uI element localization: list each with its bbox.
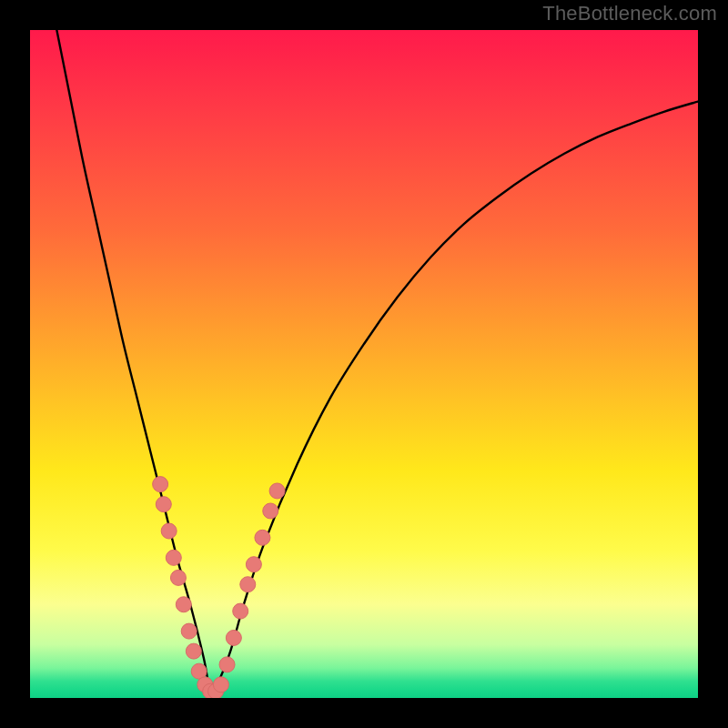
sample-dot bbox=[219, 657, 235, 672]
sample-dot bbox=[176, 597, 191, 612]
chart-frame: TheBottleneck.com bbox=[0, 0, 728, 728]
sample-dot bbox=[233, 603, 248, 619]
sample-dot bbox=[170, 570, 186, 585]
sample-dot bbox=[181, 623, 197, 639]
sample-dot bbox=[240, 577, 256, 592]
sample-dot bbox=[166, 550, 181, 565]
watermark-label: TheBottleneck.com bbox=[542, 2, 717, 25]
sample-dots bbox=[153, 477, 285, 698]
sample-dot bbox=[246, 557, 261, 572]
bottleneck-curve bbox=[56, 30, 698, 693]
sample-dot bbox=[263, 503, 278, 519]
sample-dot bbox=[186, 643, 201, 659]
sample-dot bbox=[156, 497, 171, 512]
curve-layer bbox=[30, 30, 698, 698]
sample-dot bbox=[255, 530, 270, 545]
sample-dot bbox=[153, 477, 168, 492]
sample-dot bbox=[226, 630, 241, 645]
sample-dot bbox=[269, 483, 285, 499]
sample-dot bbox=[161, 523, 177, 539]
sample-dot bbox=[213, 677, 228, 693]
plot-area bbox=[30, 30, 698, 698]
